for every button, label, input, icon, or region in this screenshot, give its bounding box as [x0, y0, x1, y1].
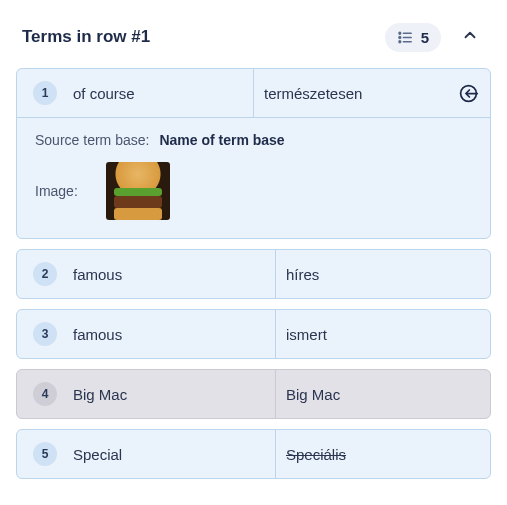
source-term: Big Mac: [73, 370, 275, 418]
number-badge: 5: [33, 442, 57, 466]
chevron-up-icon: [461, 26, 479, 44]
image-line: Image:: [35, 162, 472, 220]
term-row: 1 of course természetesen: [17, 69, 490, 117]
term-row: 3 famous ismert: [17, 310, 490, 358]
list-icon: [397, 29, 414, 46]
number-badge: 4: [33, 382, 57, 406]
term-row: 2 famous híres: [17, 250, 490, 298]
insert-button[interactable]: [446, 69, 490, 117]
number-cell: 1: [17, 69, 73, 117]
count-value: 5: [421, 29, 429, 46]
term-row: 5 Special Speciális: [17, 430, 490, 478]
source-termbase-value: Name of term base: [159, 132, 284, 148]
panel-header: Terms in row #1 5: [12, 12, 495, 68]
term-card[interactable]: 3 famous ismert: [16, 309, 491, 359]
svg-point-0: [399, 32, 401, 34]
target-text: ismert: [286, 326, 327, 343]
term-image: [106, 162, 170, 220]
collapse-button[interactable]: [455, 20, 485, 54]
number-cell: 3: [17, 310, 73, 358]
term-row: 4 Big Mac Big Mac: [17, 370, 490, 418]
insert-icon: [458, 83, 479, 104]
target-term: ismert: [275, 310, 490, 358]
target-text: természetesen: [264, 85, 362, 102]
source-term: Special: [73, 430, 275, 478]
term-card[interactable]: 5 Special Speciális: [16, 429, 491, 479]
terms-panel: Terms in row #1 5 1 of cour: [12, 12, 495, 479]
target-text: híres: [286, 266, 319, 283]
term-card[interactable]: 2 famous híres: [16, 249, 491, 299]
target-text: Big Mac: [286, 386, 340, 403]
source-termbase-line: Source term base: Name of term base: [35, 132, 472, 148]
term-card[interactable]: 1 of course természetesen Source term ba…: [16, 68, 491, 239]
target-term: Big Mac: [275, 370, 490, 418]
number-cell: 5: [17, 430, 73, 478]
target-text: Speciális: [286, 446, 346, 463]
source-term: famous: [73, 310, 275, 358]
number-badge: 2: [33, 262, 57, 286]
term-details: Source term base: Name of term base Imag…: [17, 117, 490, 238]
number-badge: 1: [33, 81, 57, 105]
svg-point-1: [399, 36, 401, 38]
number-cell: 2: [17, 250, 73, 298]
source-term: famous: [73, 250, 275, 298]
image-label: Image:: [35, 183, 78, 199]
number-cell: 4: [17, 370, 73, 418]
source-term: of course: [73, 69, 253, 117]
number-badge: 3: [33, 322, 57, 346]
target-term: híres: [275, 250, 490, 298]
svg-point-2: [399, 40, 401, 42]
source-termbase-label: Source term base:: [35, 132, 149, 148]
terms-list: 1 of course természetesen Source term ba…: [12, 68, 495, 479]
target-term: természetesen: [253, 69, 446, 117]
term-card[interactable]: 4 Big Mac Big Mac: [16, 369, 491, 419]
target-term: Speciális: [275, 430, 490, 478]
count-badge[interactable]: 5: [385, 23, 441, 52]
panel-title: Terms in row #1: [22, 27, 385, 47]
